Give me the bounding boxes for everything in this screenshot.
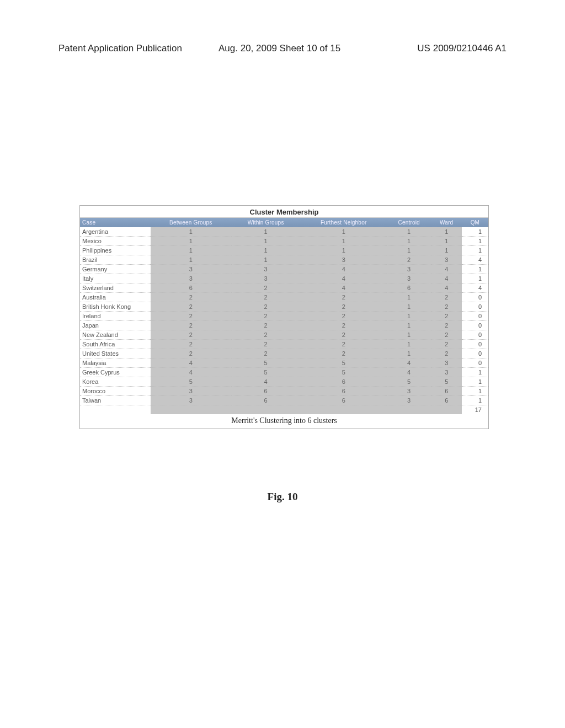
table-row: Greek Cyprus455431	[80, 368, 488, 377]
table-cell: 1	[387, 246, 431, 255]
col-furthest-neighbor: Furthest Neighbor	[301, 218, 387, 227]
table-cell: 1	[151, 255, 231, 265]
table-cell: 3	[387, 396, 431, 405]
table-cell: South Africa	[80, 340, 151, 349]
table-cell: 1	[231, 255, 301, 265]
table-cell: Korea	[80, 377, 151, 387]
table-row: Morocco366361	[80, 387, 488, 396]
table-cell: 2	[301, 293, 387, 302]
header-date-sheet: Aug. 20, 2009 Sheet 10 of 15	[218, 43, 340, 54]
table-cell: 1	[387, 227, 431, 237]
table-row: Brazil113234	[80, 255, 488, 265]
cluster-membership-table: Case Between Groups Within Groups Furthe…	[80, 218, 488, 414]
cluster-table-container: Cluster Membership Case Between Groups W…	[79, 205, 489, 429]
table-cell: 1	[462, 396, 488, 405]
table-cell: Switzerland	[80, 283, 151, 293]
table-cell: 1	[462, 265, 488, 274]
table-row: Switzerland624644	[80, 283, 488, 293]
table-cell: 6	[231, 387, 301, 396]
table-cell: 2	[301, 349, 387, 358]
table-cell: 1	[231, 246, 301, 255]
table-cell: 1	[387, 340, 431, 349]
table-cell: 0	[462, 340, 488, 349]
table-cell: 4	[431, 283, 462, 293]
table-cell: Mexico	[80, 237, 151, 246]
table-row: United States222120	[80, 349, 488, 358]
table-cell: 6	[301, 396, 387, 405]
table-cell: 1	[431, 246, 462, 255]
table-cell: 2	[151, 302, 231, 312]
table-cell: 3	[151, 265, 231, 274]
table-cell: 0	[462, 293, 488, 302]
table-row: Korea546551	[80, 377, 488, 387]
table-cell: 1	[231, 227, 301, 237]
table-cell: 2	[231, 302, 301, 312]
table-cell: 1	[462, 387, 488, 396]
table-cell: 3	[387, 387, 431, 396]
table-cell: 4	[431, 265, 462, 274]
table-cell: 0	[462, 321, 488, 330]
table-cell	[301, 405, 387, 415]
table-cell: 5	[231, 368, 301, 377]
table-cell: 6	[301, 377, 387, 387]
table-cell: 5	[301, 368, 387, 377]
table-cell: 0	[462, 349, 488, 358]
table-cell: Brazil	[80, 255, 151, 265]
table-cell: Taiwan	[80, 396, 151, 405]
table-cell: 4	[151, 368, 231, 377]
table-cell: 4	[387, 358, 431, 368]
table-cell: 6	[301, 387, 387, 396]
table-cell: 3	[231, 265, 301, 274]
table-cell: 4	[231, 377, 301, 387]
table-cell: 1	[387, 330, 431, 340]
table-cell: 2	[231, 349, 301, 358]
table-cell: 4	[151, 358, 231, 368]
table-cell: 6	[387, 283, 431, 293]
table-row: British Honk Kong222120	[80, 302, 488, 312]
table-row: Italy334341	[80, 274, 488, 283]
table-row: South Africa222120	[80, 340, 488, 349]
table-row: Japan222120	[80, 321, 488, 330]
table-cell: 3	[431, 358, 462, 368]
table-cell: 5	[431, 377, 462, 387]
table-cell: 2	[301, 340, 387, 349]
table-cell: 1	[301, 227, 387, 237]
table-cell: 4	[301, 274, 387, 283]
table-cell: Morocco	[80, 387, 151, 396]
table-cell: 2	[231, 330, 301, 340]
table-cell: Australia	[80, 293, 151, 302]
table-cell: 1	[387, 293, 431, 302]
table-cell: 0	[462, 312, 488, 321]
table-cell	[387, 405, 431, 415]
table-row: Philippines111111	[80, 246, 488, 255]
table-cell	[431, 405, 462, 415]
table-cell: 1	[462, 377, 488, 387]
table-body: Argentina111111Mexico111111Philippines11…	[80, 227, 488, 414]
table-cell: 4	[431, 274, 462, 283]
table-row: Malaysia455430	[80, 358, 488, 368]
table-cell: 4	[301, 265, 387, 274]
table-cell: 2	[231, 340, 301, 349]
table-cell: 1	[301, 237, 387, 246]
table-cell: 1	[151, 246, 231, 255]
table-cell: 3	[151, 387, 231, 396]
table-title: Cluster Membership	[80, 206, 488, 218]
table-cell: 2	[151, 340, 231, 349]
table-cell: 2	[431, 330, 462, 340]
table-cell: 1	[151, 237, 231, 246]
table-cell	[231, 405, 301, 415]
table-cell: 1	[431, 237, 462, 246]
table-cell: 5	[231, 358, 301, 368]
table-cell: 2	[431, 340, 462, 349]
table-cell: 5	[151, 377, 231, 387]
table-row: Mexico111111	[80, 237, 488, 246]
table-row: Australia222120	[80, 293, 488, 302]
table-cell: 3	[387, 265, 431, 274]
table-cell: 3	[387, 274, 431, 283]
table-cell: 1	[387, 349, 431, 358]
table-cell: 1	[431, 227, 462, 237]
table-cell: 4	[462, 283, 488, 293]
table-cell: 3	[431, 368, 462, 377]
table-cell: New Zealand	[80, 330, 151, 340]
figure-label: Fig. 10	[0, 491, 565, 503]
